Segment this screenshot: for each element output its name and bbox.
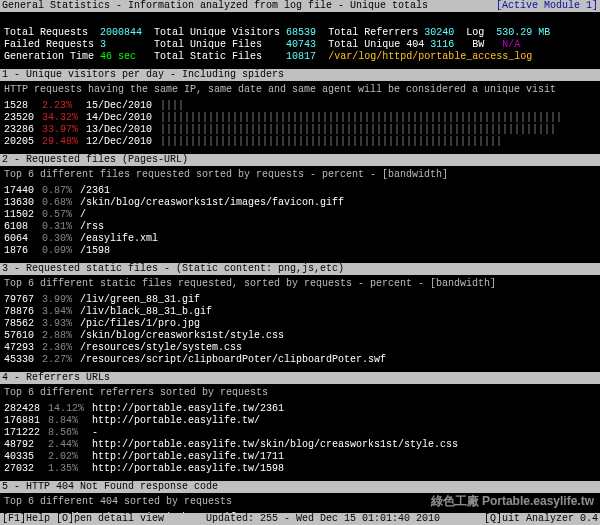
table-row: 797673.99%/liv/green_88_31.gif	[4, 294, 394, 306]
total-static-files: 10817	[286, 51, 316, 62]
table-row: 453302.27%/resources/script/clipboardPot…	[4, 354, 394, 366]
bw-value: N/A	[502, 39, 520, 50]
total-referrers: 30240	[424, 27, 454, 38]
files-table: 174400.87%/2361 136300.68%/skin/blog/cre…	[4, 185, 352, 257]
total-unique-404: 3116	[430, 39, 454, 50]
summary-block: Total Requests 2000844 Total Unique Visi…	[0, 12, 600, 69]
table-row: 2328633.97%13/Dec/2010||||||||||||||||||…	[4, 124, 570, 136]
section1-desc: HTTP requests having the same IP, same d…	[4, 84, 596, 96]
table-row: 487922.44%http://portable.easylife.tw/sk…	[4, 439, 466, 451]
table-row: 2352034.32%14/Dec/2010||||||||||||||||||…	[4, 112, 570, 124]
log-path: /var/log/httpd/portable_access_log	[328, 51, 532, 62]
referrers-table: 28242814.12%http://portable.easylife.tw/…	[4, 403, 466, 475]
visitors-table: 15282.23%15/Dec/2010|||| 2352034.32%14/D…	[4, 100, 570, 148]
generation-time: 46 sec	[100, 51, 136, 62]
table-row: 15282.23%15/Dec/2010||||	[4, 100, 570, 112]
table-row: 60640.30%/easylife.xml	[4, 233, 352, 245]
failed-requests: 3	[100, 39, 106, 50]
table-row: 576102.88%/skin/blog/creasworks1st/style…	[4, 330, 394, 342]
table-row: 785623.93%/pic/files/1/pro.jpg	[4, 318, 394, 330]
table-row: 136300.68%/skin/blog/creasworks1st/image…	[4, 197, 352, 209]
table-row: 403352.02%http://portable.easylife.tw/17…	[4, 451, 466, 463]
table-row: 1712228.56%-	[4, 427, 466, 439]
general-header: [Active Module 1] General Statistics - I…	[0, 0, 600, 12]
section4-desc: Top 6 different referrers sorted by requ…	[4, 387, 596, 399]
table-row: 472932.36%/resources/style/system.css	[4, 342, 394, 354]
section2-desc: Top 6 different files requested sorted b…	[4, 169, 596, 181]
quit-key[interactable]: [Q]uit Analyzer 0.4	[484, 513, 598, 525]
section3-body: Top 6 different static files requested, …	[0, 275, 600, 372]
section3-header[interactable]: 3 - Requested static files - (Static con…	[0, 263, 600, 275]
table-row: 115020.57%/	[4, 209, 352, 221]
active-module-label: [Active Module 1]	[496, 0, 598, 12]
log-size: 530.29 MB	[496, 27, 550, 38]
total-unique-files: 40743	[286, 39, 316, 50]
total-requests: 2000844	[100, 27, 142, 38]
table-row: 61080.31%/rss	[4, 221, 352, 233]
general-title: General Statistics - Information analyze…	[2, 0, 428, 11]
watermark: 綠色工廠 Portable.easylife.tw	[431, 495, 594, 507]
section2-header[interactable]: 2 - Requested files (Pages-URL)	[0, 154, 600, 166]
footer-bar: [F1]Help [O]pen detail view Updated: 255…	[0, 513, 600, 525]
table-row: 788763.94%/liv/black_88_31_b.gif	[4, 306, 394, 318]
section4-header[interactable]: 4 - Referrers URLs	[0, 372, 600, 384]
section2-body: Top 6 different files requested sorted b…	[0, 166, 600, 263]
table-row: 270321.35%http://portable.easylife.tw/15…	[4, 463, 466, 475]
table-row: 18760.09%/1598	[4, 245, 352, 257]
table-row: 2020529.48%12/Dec/2010||||||||||||||||||…	[4, 136, 570, 148]
section5-header[interactable]: 5 - HTTP 404 Not Found response code	[0, 481, 600, 493]
table-row: 174400.87%/2361	[4, 185, 352, 197]
help-key[interactable]: [F1]Help	[2, 513, 50, 524]
section4-body: Top 6 different referrers sorted by requ…	[0, 384, 600, 481]
section3-desc: Top 6 different static files requested, …	[4, 278, 596, 290]
open-key[interactable]: [O]pen detail view	[56, 513, 164, 524]
section1-body: HTTP requests having the same IP, same d…	[0, 81, 600, 154]
table-row: 28242814.12%http://portable.easylife.tw/…	[4, 403, 466, 415]
table-row: 1768818.84%http://portable.easylife.tw/	[4, 415, 466, 427]
total-unique-visitors: 68539	[286, 27, 316, 38]
static-files-table: 797673.99%/liv/green_88_31.gif 788763.94…	[4, 294, 394, 366]
footer-status: Updated: 255 - Wed Dec 15 01:01:40 2010	[206, 513, 440, 524]
section1-header[interactable]: 1 - Unique visitors per day - Including …	[0, 69, 600, 81]
